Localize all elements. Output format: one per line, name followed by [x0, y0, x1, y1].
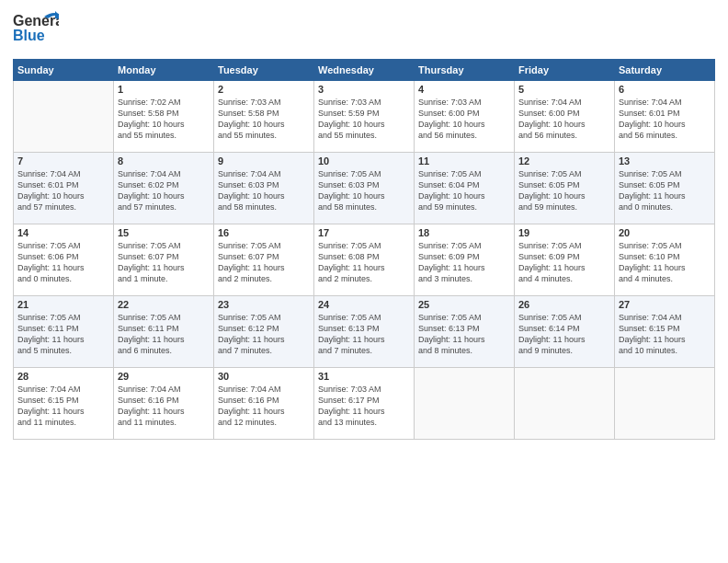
day-number: 6	[619, 84, 711, 95]
day-number: 27	[619, 299, 711, 310]
col-header-wednesday: Wednesday	[314, 60, 415, 81]
day-info: Sunrise: 7:02 AM Sunset: 5:58 PM Dayligh…	[118, 97, 210, 142]
day-number: 20	[619, 227, 711, 238]
calendar-cell: 16Sunrise: 7:05 AM Sunset: 6:07 PM Dayli…	[214, 224, 314, 296]
col-header-tuesday: Tuesday	[214, 60, 314, 81]
day-number: 10	[318, 155, 410, 167]
calendar-cell	[615, 368, 715, 440]
calendar-cell: 21Sunrise: 7:05 AM Sunset: 6:11 PM Dayli…	[14, 296, 114, 368]
day-info: Sunrise: 7:04 AM Sunset: 6:15 PM Dayligh…	[17, 384, 109, 429]
day-number: 14	[17, 227, 109, 238]
calendar-cell: 7Sunrise: 7:04 AM Sunset: 6:01 PM Daylig…	[14, 153, 114, 224]
header: General Blue	[13, 9, 715, 52]
calendar-body: 1Sunrise: 7:02 AM Sunset: 5:58 PM Daylig…	[14, 81, 715, 440]
calendar-cell: 24Sunrise: 7:05 AM Sunset: 6:13 PM Dayli…	[314, 296, 415, 368]
day-info: Sunrise: 7:04 AM Sunset: 6:16 PM Dayligh…	[218, 384, 310, 429]
day-info: Sunrise: 7:05 AM Sunset: 6:09 PM Dayligh…	[518, 240, 610, 285]
calendar-cell: 19Sunrise: 7:05 AM Sunset: 6:09 PM Dayli…	[515, 224, 615, 296]
calendar-cell	[14, 81, 114, 153]
day-number: 9	[218, 155, 310, 167]
day-number: 11	[418, 155, 510, 167]
header-row: SundayMondayTuesdayWednesdayThursdayFrid…	[14, 60, 715, 81]
col-header-saturday: Saturday	[615, 60, 715, 81]
day-number: 17	[318, 227, 410, 238]
calendar-cell: 11Sunrise: 7:05 AM Sunset: 6:04 PM Dayli…	[415, 153, 515, 224]
logo-icon: General Blue	[13, 9, 59, 48]
day-number: 1	[118, 84, 210, 95]
day-info: Sunrise: 7:05 AM Sunset: 6:12 PM Dayligh…	[218, 312, 310, 357]
calendar-cell: 13Sunrise: 7:05 AM Sunset: 6:05 PM Dayli…	[615, 153, 715, 224]
calendar-cell: 17Sunrise: 7:05 AM Sunset: 6:08 PM Dayli…	[314, 224, 415, 296]
day-number: 31	[318, 371, 410, 382]
calendar-cell	[515, 368, 615, 440]
calendar-cell: 25Sunrise: 7:05 AM Sunset: 6:13 PM Dayli…	[415, 296, 515, 368]
calendar-cell: 9Sunrise: 7:04 AM Sunset: 6:03 PM Daylig…	[214, 153, 314, 224]
day-info: Sunrise: 7:04 AM Sunset: 6:15 PM Dayligh…	[619, 312, 711, 357]
day-number: 26	[518, 299, 610, 310]
day-info: Sunrise: 7:05 AM Sunset: 6:04 PM Dayligh…	[418, 168, 510, 213]
day-info: Sunrise: 7:05 AM Sunset: 6:05 PM Dayligh…	[619, 168, 711, 213]
calendar-container: General Blue SundayMondayTuesdayWednesda…	[0, 0, 728, 447]
day-number: 19	[518, 227, 610, 238]
day-number: 2	[218, 84, 310, 95]
day-number: 29	[118, 371, 210, 382]
calendar-cell: 23Sunrise: 7:05 AM Sunset: 6:12 PM Dayli…	[214, 296, 314, 368]
day-info: Sunrise: 7:05 AM Sunset: 6:13 PM Dayligh…	[418, 312, 510, 357]
calendar-cell: 6Sunrise: 7:04 AM Sunset: 6:01 PM Daylig…	[615, 81, 715, 153]
col-header-thursday: Thursday	[415, 60, 515, 81]
day-info: Sunrise: 7:04 AM Sunset: 6:02 PM Dayligh…	[118, 168, 210, 213]
calendar-cell: 10Sunrise: 7:05 AM Sunset: 6:03 PM Dayli…	[314, 153, 415, 224]
week-row-1: 1Sunrise: 7:02 AM Sunset: 5:58 PM Daylig…	[14, 81, 715, 153]
calendar-cell: 26Sunrise: 7:05 AM Sunset: 6:14 PM Dayli…	[515, 296, 615, 368]
col-header-sunday: Sunday	[14, 60, 114, 81]
day-info: Sunrise: 7:05 AM Sunset: 6:10 PM Dayligh…	[619, 240, 711, 285]
day-info: Sunrise: 7:05 AM Sunset: 6:07 PM Dayligh…	[218, 240, 310, 285]
col-header-friday: Friday	[515, 60, 615, 81]
col-header-monday: Monday	[114, 60, 214, 81]
day-info: Sunrise: 7:05 AM Sunset: 6:11 PM Dayligh…	[17, 312, 109, 357]
day-info: Sunrise: 7:05 AM Sunset: 6:07 PM Dayligh…	[118, 240, 210, 285]
day-info: Sunrise: 7:03 AM Sunset: 5:58 PM Dayligh…	[218, 97, 310, 142]
day-info: Sunrise: 7:04 AM Sunset: 6:01 PM Dayligh…	[619, 97, 711, 142]
day-number: 3	[318, 84, 410, 95]
day-info: Sunrise: 7:03 AM Sunset: 5:59 PM Dayligh…	[318, 97, 410, 142]
week-row-2: 7Sunrise: 7:04 AM Sunset: 6:01 PM Daylig…	[14, 153, 715, 224]
calendar-cell: 27Sunrise: 7:04 AM Sunset: 6:15 PM Dayli…	[615, 296, 715, 368]
day-number: 16	[218, 227, 310, 238]
day-info: Sunrise: 7:04 AM Sunset: 6:01 PM Dayligh…	[17, 168, 109, 213]
day-info: Sunrise: 7:03 AM Sunset: 6:17 PM Dayligh…	[318, 384, 410, 429]
day-info: Sunrise: 7:05 AM Sunset: 6:03 PM Dayligh…	[318, 168, 410, 213]
calendar-cell: 8Sunrise: 7:04 AM Sunset: 6:02 PM Daylig…	[114, 153, 214, 224]
day-info: Sunrise: 7:05 AM Sunset: 6:05 PM Dayligh…	[518, 168, 610, 213]
day-number: 24	[318, 299, 410, 310]
calendar-cell: 30Sunrise: 7:04 AM Sunset: 6:16 PM Dayli…	[214, 368, 314, 440]
calendar-cell: 12Sunrise: 7:05 AM Sunset: 6:05 PM Dayli…	[515, 153, 615, 224]
day-info: Sunrise: 7:03 AM Sunset: 6:00 PM Dayligh…	[418, 97, 510, 142]
calendar-cell: 4Sunrise: 7:03 AM Sunset: 6:00 PM Daylig…	[415, 81, 515, 153]
calendar-header: SundayMondayTuesdayWednesdayThursdayFrid…	[14, 60, 715, 81]
day-number: 12	[518, 155, 610, 167]
day-number: 8	[118, 155, 210, 167]
day-number: 21	[17, 299, 109, 310]
day-info: Sunrise: 7:05 AM Sunset: 6:08 PM Dayligh…	[318, 240, 410, 285]
week-row-5: 28Sunrise: 7:04 AM Sunset: 6:15 PM Dayli…	[14, 368, 715, 440]
day-number: 25	[418, 299, 510, 310]
day-number: 15	[118, 227, 210, 238]
calendar-cell: 14Sunrise: 7:05 AM Sunset: 6:06 PM Dayli…	[14, 224, 114, 296]
calendar-cell: 1Sunrise: 7:02 AM Sunset: 5:58 PM Daylig…	[114, 81, 214, 153]
week-row-4: 21Sunrise: 7:05 AM Sunset: 6:11 PM Dayli…	[14, 296, 715, 368]
day-info: Sunrise: 7:04 AM Sunset: 6:16 PM Dayligh…	[118, 384, 210, 429]
day-number: 30	[218, 371, 310, 382]
day-number: 5	[518, 84, 610, 95]
day-info: Sunrise: 7:05 AM Sunset: 6:06 PM Dayligh…	[17, 240, 109, 285]
calendar-cell: 3Sunrise: 7:03 AM Sunset: 5:59 PM Daylig…	[314, 81, 415, 153]
logo: General Blue	[13, 9, 59, 52]
calendar-cell: 18Sunrise: 7:05 AM Sunset: 6:09 PM Dayli…	[415, 224, 515, 296]
calendar-cell: 15Sunrise: 7:05 AM Sunset: 6:07 PM Dayli…	[114, 224, 214, 296]
day-number: 7	[17, 155, 109, 167]
calendar-cell: 20Sunrise: 7:05 AM Sunset: 6:10 PM Dayli…	[615, 224, 715, 296]
day-number: 18	[418, 227, 510, 238]
calendar-table: SundayMondayTuesdayWednesdayThursdayFrid…	[13, 59, 715, 440]
week-row-3: 14Sunrise: 7:05 AM Sunset: 6:06 PM Dayli…	[14, 224, 715, 296]
day-number: 13	[619, 155, 711, 167]
